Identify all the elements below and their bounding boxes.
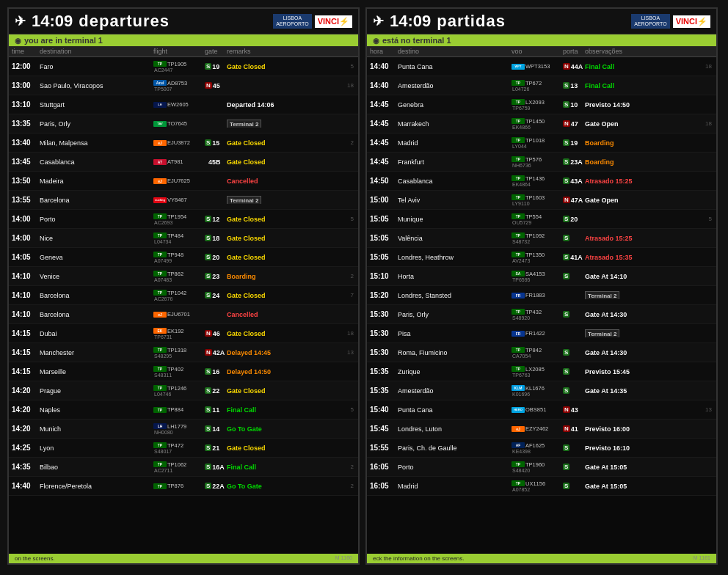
cell-flight: TPTP1042AC2676 [153,290,205,301]
cell-flight: TPTP1436EK4864 [512,175,563,187]
col-gate: gate [205,48,227,55]
flight-row: 13:10StuttgartLHEW2605Departed 14:06 [9,95,358,114]
partidas-board: ✈ 14:09 partidas LISBOAAEROPORTO VINCI⚡ … [365,7,718,565]
partidas-col-headers: hora destino voo porta observações [367,46,716,57]
wifi-icon: ◉ [15,37,21,45]
cell-destination: Roma, Fiumicino [398,349,512,356]
gate-letter: S [563,82,569,89]
cell-time: 14:45 [370,158,398,166]
cell-destination: Sao Paulo, Viracopos [40,82,153,89]
gate-number: 45B [208,158,221,166]
gate-number: 19 [212,63,219,70]
cell-remark: Previsto 14:50 [585,100,699,109]
remark-text: Final Call [227,464,256,471]
cell-time: 14:00 [12,234,40,242]
flight-row: 14:50CasablancaTPTP1436EK4864S43AAtrasad… [367,172,716,191]
flight-row: 15:30PisaFRFR1422Terminal 2 [367,324,716,343]
cell-remark: Gate At 14:30 [585,310,699,318]
remark-text: Gate Closed [227,387,266,395]
remark-text: Gate Closed [227,444,266,452]
cell-remark: Delayed 14:45 [227,348,341,356]
gate-number: 22A [212,483,225,490]
header-left: ✈ 14:09 departures [15,12,170,31]
cell-destination: Munique [398,216,512,223]
vinci-logo: VINCI⚡ [315,15,352,28]
cell-time: 14:10 [12,291,40,299]
gate-letter: S [205,464,211,470]
cell-flight: TPTP876 [153,483,205,489]
cell-time: 15:10 [370,272,398,280]
cell-flight: TPTP554OU5729 [512,213,563,225]
airline-badge: SA [512,271,525,276]
flight-row: 15:30Roma, FiumicinoTPTP842CA7054SGate A… [367,343,716,362]
airline-badge: TP [512,232,525,238]
cell-remark: Atrasado 15:25 [585,177,699,185]
par-col-destino: destino [398,48,512,55]
cell-destination: Munich [40,425,153,433]
par-col-hora: hora [370,48,398,55]
cell-flight: TPLX2093TP6759 [512,99,563,111]
remark-text: Previsto 16:10 [585,444,630,452]
cell-gate: S11 [205,406,227,414]
cell-flight: vuelingVY8467 [153,197,205,203]
cell-row-num: 5 [341,406,355,413]
cell-time: 15:35 [370,367,398,376]
cell-time: 14:15 [12,367,40,376]
remark-text: Gate Closed [227,292,266,299]
airline-badge: TP [512,137,525,143]
cell-destination: Milan, Malpensa [40,139,153,147]
cell-gate: N43 [563,406,585,414]
airline-badge: TP [512,118,525,124]
cell-destination: Londres, Luton [398,425,512,433]
remark-text: Departed 14:06 [227,101,274,109]
gate-number: 42A [213,349,225,356]
airline-badge: TP [153,442,167,448]
airline-badge: TAV [153,121,167,127]
airline-badge: TP [153,483,167,489]
departures-terminal-msg: you are in terminal 1 [24,36,103,45]
cell-time: 14:15 [12,329,40,337]
cell-destination: Manchester [40,349,153,356]
cell-gate: S [563,273,585,279]
departures-title: departures [79,12,170,31]
cell-remark: Gate At 14:35 [585,387,699,395]
cell-gate: S18 [205,235,227,242]
remark-text: Gate At 15:05 [585,483,627,490]
cell-time: 14:15 [12,348,40,356]
cell-remark: Final Call [227,463,341,471]
partidas-bottom-msg: eck the information on the screens. [373,555,465,562]
cell-flight: TPTP432S48920 [512,309,563,321]
cell-remark: Previsto 16:00 [585,425,699,433]
airline-badge: TP [153,61,167,67]
airline-badge: FR [512,293,525,299]
remark-text: Gate Closed [227,235,266,242]
gate-letter: S [563,158,569,165]
cell-flight: TPUX1156A07852 [512,480,563,492]
gate-letter: S [205,425,211,432]
flight-row: 14:20MunichLHLH1779NH0080S14Go To Gate [9,420,358,439]
flight-row: 15:35ZuriqueTPLX2085TP6763SPrevisto 15:4… [367,362,716,381]
airline-badge: TP [153,213,167,219]
cell-gate: S16 [205,368,227,376]
airline-badge: Azul [153,80,167,86]
airline-badge: TP [512,213,525,219]
remark-text: Terminal 2 [227,196,261,204]
cell-remark: Previsto 16:10 [585,444,699,452]
cell-time: 15:05 [370,253,398,261]
cell-destination: Punta Cana [398,406,512,414]
gate-number: 45 [213,82,220,89]
cell-destination: Barcelona [40,292,153,299]
cell-flight: LHLH1779NH0080 [153,423,205,435]
lisboa-logo: LISBOAAEROPORTO [273,14,311,29]
cell-destination: Pisa [398,330,512,337]
flight-row: 14:25LyonTPTP472S48017S21Gate Closed [9,439,358,458]
gate-number: 11 [212,406,219,414]
plane-icon: ✈ [15,13,26,29]
cell-time: 14:40 [370,62,398,70]
cell-remark: Gate Open [585,120,699,128]
cell-gate: S23 [205,273,227,280]
gate-letter: S [563,216,569,222]
partidas-bottom-bar: eck the information on the screens. M 11… [367,554,716,563]
cell-time: 14:10 [12,310,40,318]
flight-row: 15:30Paris, OrlyTPTP432S48920SGate At 14… [367,305,716,324]
